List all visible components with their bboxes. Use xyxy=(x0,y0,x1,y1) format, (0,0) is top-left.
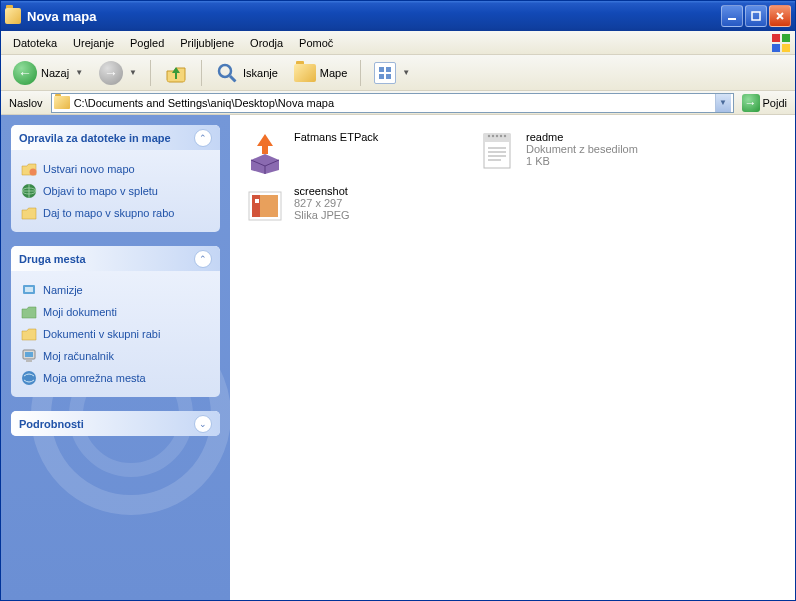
sidebar-item-label: Moj računalnik xyxy=(43,350,114,362)
sidebar-item-label: Namizje xyxy=(43,284,83,296)
svg-rect-10 xyxy=(386,74,391,79)
chevron-down-icon: ▼ xyxy=(402,68,410,77)
separator xyxy=(360,60,361,86)
file-item[interactable]: Fatmans ETPack xyxy=(238,125,470,179)
sidebar-item-computer[interactable]: Moj računalnik xyxy=(21,345,210,367)
svg-rect-5 xyxy=(782,44,790,52)
folders-label: Mape xyxy=(320,67,348,79)
sidebar-item-publish[interactable]: Objavi to mapo v spletu xyxy=(21,180,210,202)
svg-rect-1 xyxy=(752,12,760,20)
menu-favorites[interactable]: Priljubljene xyxy=(172,34,242,52)
file-name: readme xyxy=(526,131,638,143)
sidebar-item-label: Objavi to mapo v spletu xyxy=(43,185,158,197)
svg-point-24 xyxy=(496,135,498,137)
menu-edit[interactable]: Urejanje xyxy=(65,34,122,52)
panel-tasks: Opravila za datoteke in mape ⌃ Ustvari n… xyxy=(11,125,220,232)
close-button[interactable] xyxy=(769,5,791,27)
folder-icon xyxy=(294,64,316,82)
svg-rect-15 xyxy=(25,287,33,292)
svg-rect-4 xyxy=(772,44,780,52)
svg-rect-17 xyxy=(25,352,33,357)
svg-point-26 xyxy=(504,135,506,137)
address-field[interactable]: C:\Documents and Settings\aniq\Desktop\N… xyxy=(51,93,734,113)
menu-file[interactable]: Datoteka xyxy=(5,34,65,52)
file-line2: Dokument z besedilom xyxy=(526,143,638,155)
panel-places-header[interactable]: Druga mesta ⌃ xyxy=(11,246,220,271)
menu-help[interactable]: Pomoč xyxy=(291,34,341,52)
file-line3: 1 KB xyxy=(526,155,638,167)
folder-new-icon xyxy=(21,161,37,177)
windows-logo-icon xyxy=(771,33,791,53)
svg-rect-0 xyxy=(728,18,736,20)
textfile-icon xyxy=(474,129,520,175)
sidebar-item-share[interactable]: Daj to mapo v skupno rabo xyxy=(21,202,210,224)
file-item[interactable]: readme Dokument z besedilom 1 KB xyxy=(470,125,702,179)
svg-point-25 xyxy=(500,135,502,137)
sidebar-item-documents[interactable]: Moji dokumenti xyxy=(21,301,210,323)
svg-rect-18 xyxy=(26,360,32,362)
go-label: Pojdi xyxy=(763,97,787,109)
svg-point-22 xyxy=(488,135,490,137)
panel-tasks-header[interactable]: Opravila za datoteke in mape ⌃ xyxy=(11,125,220,150)
menu-view[interactable]: Pogled xyxy=(122,34,172,52)
maximize-button[interactable] xyxy=(745,5,767,27)
sidebar-item-label: Ustvari novo mapo xyxy=(43,163,135,175)
documents-icon xyxy=(21,304,37,320)
chevron-up-icon[interactable]: ⌃ xyxy=(194,250,212,268)
search-icon xyxy=(215,61,239,85)
computer-icon xyxy=(21,348,37,364)
search-button[interactable]: Iskanje xyxy=(209,57,284,89)
sidebar-item-new-folder[interactable]: Ustvari novo mapo xyxy=(21,158,210,180)
chevron-down-icon[interactable]: ⌄ xyxy=(194,415,212,433)
file-item[interactable]: screenshot 827 x 297 Slika JPEG xyxy=(238,179,470,233)
file-line2: 827 x 297 xyxy=(294,197,350,209)
folder-up-icon xyxy=(164,61,188,85)
arrow-left-icon: ← xyxy=(13,61,37,85)
file-line3: Slika JPEG xyxy=(294,209,350,221)
views-icon xyxy=(374,62,396,84)
sidebar-item-label: Moji dokumenti xyxy=(43,306,117,318)
image-icon xyxy=(242,183,288,229)
svg-point-23 xyxy=(492,135,494,137)
toolbar: ← Nazaj ▼ → ▼ Iskanje Mape ▼ xyxy=(1,55,795,91)
menubar: Datoteka Urejanje Pogled Priljubljene Or… xyxy=(1,31,795,55)
package-icon xyxy=(242,129,288,175)
panel-details-header[interactable]: Podrobnosti ⌄ xyxy=(11,411,220,436)
sidebar-item-desktop[interactable]: Namizje xyxy=(21,279,210,301)
chevron-down-icon: ▼ xyxy=(75,68,83,77)
search-label: Iskanje xyxy=(243,67,278,79)
back-button[interactable]: ← Nazaj ▼ xyxy=(7,57,89,89)
separator xyxy=(201,60,202,86)
svg-point-6 xyxy=(219,65,231,77)
svg-point-19 xyxy=(22,371,36,385)
address-dropdown[interactable]: ▼ xyxy=(715,94,731,112)
go-button[interactable]: → Pojdi xyxy=(738,94,791,112)
folder-icon xyxy=(21,326,37,342)
menu-tools[interactable]: Orodja xyxy=(242,34,291,52)
sidebar-item-network[interactable]: Moja omrežna mesta xyxy=(21,367,210,389)
address-bar: Naslov C:\Documents and Settings\aniq\De… xyxy=(1,91,795,115)
sidebar-item-label: Moja omrežna mesta xyxy=(43,372,146,384)
file-list[interactable]: Fatmans ETPack readme Dokument z besedil… xyxy=(230,115,795,600)
panel-tasks-title: Opravila za datoteke in mape xyxy=(19,132,194,144)
file-name: Fatmans ETPack xyxy=(294,131,378,143)
panel-places-title: Druga mesta xyxy=(19,253,194,265)
chevron-down-icon: ▼ xyxy=(129,68,137,77)
sidebar-item-label: Daj to mapo v skupno rabo xyxy=(43,207,174,219)
chevron-up-icon[interactable]: ⌃ xyxy=(194,129,212,147)
titlebar[interactable]: Nova mapa xyxy=(1,1,795,31)
sidebar: Protect mo Opravila za datoteke in mape … xyxy=(1,115,230,600)
sidebar-item-label: Dokumenti v skupni rabi xyxy=(43,328,160,340)
back-label: Nazaj xyxy=(41,67,69,79)
panel-details: Podrobnosti ⌄ xyxy=(11,411,220,436)
folders-button[interactable]: Mape xyxy=(288,60,354,86)
desktop-icon xyxy=(21,282,37,298)
go-icon: → xyxy=(742,94,760,112)
sidebar-item-shared-docs[interactable]: Dokumenti v skupni rabi xyxy=(21,323,210,345)
views-button[interactable]: ▼ xyxy=(368,58,416,88)
file-name: screenshot xyxy=(294,185,350,197)
forward-button[interactable]: → ▼ xyxy=(93,57,143,89)
minimize-button[interactable] xyxy=(721,5,743,27)
svg-rect-7 xyxy=(379,67,384,72)
up-button[interactable] xyxy=(158,57,194,89)
